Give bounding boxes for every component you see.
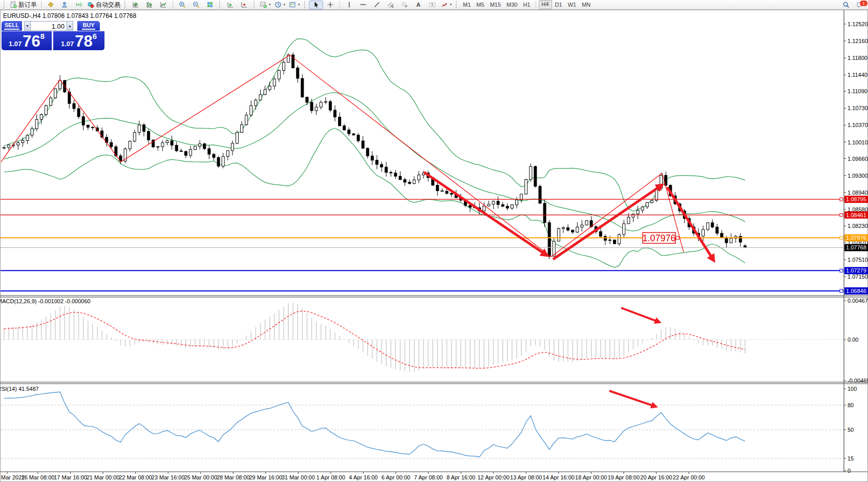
svg-text:F: F (405, 5, 407, 8)
volume-down-stepper[interactable]: ▼ (24, 21, 31, 31)
sell-price[interactable]: 1.07 76 8 (2, 31, 52, 50)
signals-button[interactable] (72, 1, 85, 9)
templates-icon (289, 1, 296, 8)
rsi-axis-label: 50 (848, 427, 854, 433)
time-tick-label: 22 Mar 08:00 (119, 474, 152, 480)
one-click-trading-panel: SELL ▼ ▲ BUY 1.07 76 8 1.07 78 6 (2, 21, 104, 50)
volume-input[interactable] (31, 22, 67, 31)
new-order-button-label: 新订单 (18, 1, 37, 9)
toolbar-grip (304, 1, 306, 8)
time-tick-label: 25 Mar 00:00 (184, 474, 217, 480)
sell-button[interactable]: SELL (2, 21, 22, 31)
templates-button[interactable]: ▾ (287, 1, 302, 9)
sell-button-label: SELL (4, 22, 19, 30)
price-tick-label: 1.11800 (848, 55, 867, 61)
price-tick-label: 1.08940 (848, 190, 868, 196)
new-order-button[interactable]: 新订单 (8, 1, 38, 9)
trendline-button[interactable] (370, 1, 384, 9)
level-handle[interactable] (840, 269, 843, 272)
line-chart-button[interactable] (157, 1, 170, 9)
text-button[interactable]: A (412, 1, 425, 9)
equidistant-channel-button[interactable]: E (384, 1, 397, 9)
periods-button[interactable]: ▾ (273, 1, 287, 9)
cursor-button[interactable] (309, 1, 323, 9)
price-tick-label: 1.12160 (848, 38, 868, 44)
dropdown-arrow-icon: ▾ (284, 3, 286, 7)
timeframe-m5[interactable]: M5 (474, 1, 486, 9)
level-handle[interactable] (840, 198, 843, 201)
bars-chart-button[interactable] (129, 1, 142, 9)
macd-label: MACD(12,26,9) -0.001002 -0.000060 (0, 298, 91, 304)
vertical-line-button[interactable] (343, 1, 356, 9)
level-handle[interactable] (840, 214, 843, 217)
buy-price-big: 78 (75, 34, 92, 49)
buy-button[interactable]: BUY (77, 21, 100, 31)
tile-windows-button[interactable] (203, 1, 217, 9)
auto-scroll-icon (227, 1, 234, 8)
timeframe-h4[interactable]: H4 (539, 0, 552, 9)
shapes-button[interactable]: ▾ (439, 1, 454, 9)
timeframe-h1[interactable]: H1 (520, 1, 533, 9)
toolbar-grip (124, 1, 126, 8)
time-tick-label: 1 Apr 08:00 (316, 474, 345, 480)
horizontal-line-button[interactable] (356, 1, 370, 9)
timeframe-m1[interactable]: M1 (460, 1, 473, 9)
sell-price-sup: 8 (40, 32, 45, 40)
dropdown-arrow-icon: ▾ (269, 3, 271, 7)
autotrade-button-label: 自动交易 (96, 1, 120, 9)
timeframe-m30[interactable]: M30 (504, 1, 520, 9)
level-handle[interactable] (840, 289, 843, 292)
text-label-button[interactable]: T (426, 1, 439, 9)
svg-text:A: A (416, 2, 420, 8)
shapes-icon (441, 1, 448, 8)
autotrade-button[interactable]: 自动交易 (86, 1, 122, 9)
timeframe-w1[interactable]: W1 (565, 1, 579, 9)
svg-text:1.06846: 1.06846 (846, 288, 866, 294)
price-tick-label: 1.09660 (848, 156, 868, 162)
price-callout-anchor (676, 236, 679, 239)
toolbar-separator (173, 1, 173, 8)
rsi-axis-label: 80 (848, 402, 854, 408)
zoom-in-button[interactable] (176, 1, 189, 9)
time-tick-label: 28 Mar 08:00 (217, 474, 250, 480)
chart-canvas[interactable]: 1.079761.125201.121601.118001.114401.110… (0, 0, 868, 482)
new-chart-button[interactable]: ▾ (258, 1, 272, 9)
price-tick-label: 1.12520 (848, 21, 868, 27)
time-tick-label: 21 Mar 00:00 (87, 474, 120, 480)
toolbar-grip (4, 1, 6, 8)
time-tick-label: 7 Apr 08:00 (414, 474, 442, 480)
time-tick-label: 18 Apr 00:00 (575, 474, 607, 480)
price-tick-label: 1.09300 (848, 173, 868, 179)
fibonacci-button[interactable]: F (398, 1, 411, 9)
price-tick-label: 1.10730 (848, 105, 868, 111)
community-button[interactable] (58, 1, 71, 9)
svg-text:1.07976: 1.07976 (846, 235, 866, 241)
crosshair-button[interactable] (324, 1, 337, 9)
buy-price[interactable]: 1.07 78 6 (53, 31, 104, 50)
timeframe-m15[interactable]: M15 (488, 1, 503, 9)
macd-axis-label: 0.004678 (848, 298, 868, 304)
channel-icon: E (387, 1, 394, 8)
timeframe-mn[interactable]: MN (579, 1, 593, 9)
auto-scroll-button[interactable] (224, 1, 237, 9)
zoom-in-icon (179, 1, 186, 8)
time-tick-label: 14 Apr 16:00 (543, 474, 575, 480)
toolbar-grip (219, 1, 221, 8)
marketplace-button[interactable] (44, 1, 57, 9)
timeframe-d1[interactable]: D1 (553, 1, 565, 9)
level-handle[interactable] (840, 236, 843, 239)
search-button[interactable] (839, 1, 853, 9)
toolbar-grip (253, 1, 256, 8)
chart-window-frame (1, 10, 868, 482)
sell-price-small: 1.07 (9, 40, 22, 48)
notifications-button[interactable]: 1 (853, 1, 866, 9)
bars-chart-icon (132, 1, 139, 8)
volume-up-stepper[interactable]: ▲ (67, 21, 73, 31)
zoom-out-button[interactable] (189, 1, 203, 9)
svg-text:1.07768: 1.07768 (846, 244, 866, 250)
chart-shift-icon (241, 1, 248, 8)
chart-shift-button[interactable] (238, 1, 251, 9)
toolbar-separator (41, 1, 41, 8)
time-tick-label: 17 Mar 16:00 (54, 474, 87, 480)
candles-chart-button[interactable] (143, 1, 156, 9)
